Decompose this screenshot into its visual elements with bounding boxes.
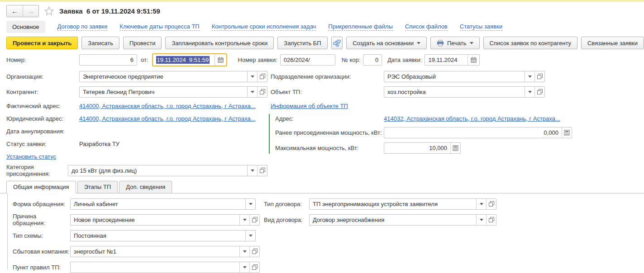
chevron-down-icon xyxy=(251,75,254,78)
business-process-button[interactable] xyxy=(331,37,343,49)
nav-item-key-dates[interactable]: Ключевые даты процесса ТП xyxy=(119,23,199,31)
contract-type-field[interactable]: ТП энергопринимающих устройств заявителя xyxy=(309,198,496,210)
contract-kind-dropdown-button[interactable] xyxy=(476,215,486,225)
contract-type-open-button[interactable] xyxy=(486,199,496,209)
tp-object-dropdown-button[interactable] xyxy=(525,87,534,97)
appeal-reason-dropdown-button[interactable] xyxy=(239,215,249,225)
category-value[interactable]: до 15 кВт (для физ.лиц) xyxy=(68,165,247,176)
appeal-reason-field[interactable]: Новое присоединение xyxy=(70,214,260,226)
contract-type-dropdown-button[interactable] xyxy=(476,199,486,209)
request-date-field[interactable]: 19.11.2024 xyxy=(425,54,480,66)
corr-number-field[interactable]: 0 xyxy=(363,54,382,66)
favorite-button[interactable] xyxy=(44,6,54,16)
scheme-type-field[interactable]: Постоянная xyxy=(70,230,256,241)
requests-by-counterparty-button[interactable]: Список заявок по контрагенту xyxy=(483,37,577,49)
sales-company-value[interactable]: энергосбыт №1 xyxy=(71,246,239,257)
request-number-value[interactable]: 026/2024/ xyxy=(281,55,335,65)
category-open-button[interactable] xyxy=(257,165,267,176)
scheme-type-dropdown-button[interactable] xyxy=(245,231,255,241)
tp-object-value[interactable]: хоз.постройка xyxy=(384,87,525,97)
contract-kind-field[interactable]: Договор энергоснабжения xyxy=(309,214,496,226)
tp-rules-open-button[interactable] xyxy=(249,262,259,273)
post-and-close-button[interactable]: Провести и закрыть xyxy=(6,37,78,49)
annul-date-label: Дата аннулирования: xyxy=(6,128,79,135)
sales-company-open-button[interactable] xyxy=(249,246,259,257)
sales-company-field[interactable]: энергосбыт №1 xyxy=(70,246,260,257)
organization-dropdown-button[interactable] xyxy=(247,71,257,82)
division-open-button[interactable] xyxy=(534,71,544,82)
tp-object-field[interactable]: хоз.постройка xyxy=(384,86,545,98)
create-based-on-button[interactable]: Создать на основании xyxy=(346,37,427,49)
tab-general-info[interactable]: Общая информация xyxy=(6,181,76,193)
counterparty-value[interactable]: Тетерев Леонид Петрович xyxy=(80,87,247,97)
open-form-icon xyxy=(252,249,258,254)
tp-object-info-link[interactable]: Информация об объекте ТП xyxy=(271,103,348,109)
tab-additional-info[interactable]: Доп. сведения xyxy=(119,181,172,193)
nav-item-statuses[interactable]: Статусы заявки xyxy=(460,23,502,31)
tp-object-group: Адрес: 414032, Астраханская область, г.о… xyxy=(269,114,644,154)
write-button[interactable]: Записать xyxy=(81,37,119,49)
tp-rules-value[interactable] xyxy=(71,262,239,273)
legal-address-link[interactable]: 414000, Астраханская область, г.о. город… xyxy=(79,115,256,122)
request-date-calendar-button[interactable] xyxy=(467,55,479,65)
counterparty-open-button[interactable] xyxy=(257,87,267,97)
date-time-value[interactable]: 19.11.2024 9:51:59 xyxy=(153,54,215,66)
date-time-calendar-button[interactable] xyxy=(215,54,226,66)
tp-rules-dropdown-button[interactable] xyxy=(239,262,249,273)
fact-address-link[interactable]: 414000, Астраханская область, г.о. город… xyxy=(79,103,256,109)
counterparty-dropdown-button[interactable] xyxy=(247,87,257,97)
tp-object-open-button[interactable] xyxy=(534,87,544,97)
max-power-calc-button[interactable] xyxy=(450,143,460,153)
division-value[interactable]: РЭС Образцовый xyxy=(384,71,525,82)
sales-company-dropdown-button[interactable] xyxy=(239,246,249,257)
tp-rules-field[interactable] xyxy=(70,262,260,273)
division-field[interactable]: РЭС Образцовый xyxy=(384,71,545,82)
forward-button[interactable]: → xyxy=(23,5,38,17)
counterparty-field[interactable]: Тетерев Леонид Петрович xyxy=(79,86,267,98)
organization-open-button[interactable] xyxy=(257,71,267,82)
organization-value[interactable]: Энергетическое предприятие xyxy=(80,71,247,82)
appeal-form-field[interactable]: Личный кабинет xyxy=(70,198,256,210)
prev-power-calc-button[interactable] xyxy=(562,127,572,138)
corr-number-value[interactable]: 0 xyxy=(363,55,382,65)
related-requests-button[interactable]: Связанные заявки xyxy=(581,37,644,49)
nav-item-main[interactable]: Основное xyxy=(6,21,45,33)
create-based-on-label: Создать на основании xyxy=(353,40,414,47)
appeal-form-dropdown-button[interactable] xyxy=(245,199,255,209)
date-time-field-focused[interactable]: 19.11.2024 9:51:59 xyxy=(152,53,227,66)
plan-deadlines-button[interactable]: Запланировать контрольные сроки xyxy=(165,37,274,49)
contract-kind-open-button[interactable] xyxy=(486,215,496,225)
contract-type-label: Тип договора: xyxy=(264,201,309,207)
max-power-label: Максимальная мощность, кВт: xyxy=(275,145,384,151)
appeal-form-value[interactable]: Личный кабинет xyxy=(71,199,245,209)
category-field[interactable]: до 15 кВт (для физ.лиц) xyxy=(68,165,267,176)
contract-type-value[interactable]: ТП энергопринимающих устройств заявителя xyxy=(310,199,476,209)
organization-field[interactable]: Энергетическое предприятие xyxy=(79,71,267,82)
start-bp-button[interactable]: Запустить БП xyxy=(277,37,327,49)
max-power-field[interactable]: 10,000 xyxy=(384,142,461,154)
print-button[interactable]: Печать xyxy=(430,37,480,49)
max-power-value[interactable]: 10,000 xyxy=(384,143,450,153)
division-dropdown-button[interactable] xyxy=(525,71,534,82)
request-number-field[interactable]: 026/2024/ xyxy=(280,54,335,66)
tab-tp-stages[interactable]: Этапы ТП xyxy=(77,181,118,193)
nav-item-control-deadlines[interactable]: Контрольные сроки исполнения задач xyxy=(212,23,316,31)
category-dropdown-button[interactable] xyxy=(247,165,257,176)
appeal-reason-open-button[interactable] xyxy=(249,215,259,225)
post-button[interactable]: Провести xyxy=(123,37,162,49)
nav-item-attached-files[interactable]: Прикрепленные файлы xyxy=(328,23,393,31)
set-status-link[interactable]: Установить статус xyxy=(6,153,56,160)
appeal-reason-value[interactable]: Новое присоединение xyxy=(71,215,239,225)
nav-item-file-list[interactable]: Список файлов xyxy=(405,23,448,31)
prev-power-value[interactable]: 0,000 xyxy=(384,127,562,138)
back-button[interactable]: ← xyxy=(7,5,23,17)
request-date-value[interactable]: 19.11.2024 xyxy=(425,55,467,65)
prev-power-field[interactable]: 0,000 xyxy=(384,127,572,138)
tp-address-link[interactable]: 414032, Астраханская область, г.о. город… xyxy=(384,115,560,122)
open-form-icon xyxy=(260,89,265,94)
scheme-type-value[interactable]: Постоянная xyxy=(71,231,245,241)
number-value[interactable]: 6 xyxy=(80,55,137,65)
number-field[interactable]: 6 xyxy=(79,54,137,66)
contract-kind-value[interactable]: Договор энергоснабжения xyxy=(310,215,476,225)
nav-item-contract[interactable]: Договор по заявке xyxy=(57,23,108,31)
